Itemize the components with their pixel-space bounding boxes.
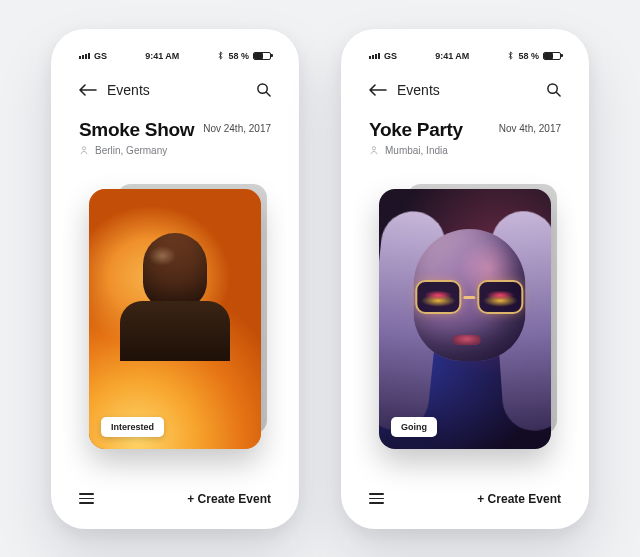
bluetooth-icon	[507, 51, 514, 60]
status-bar: GS 9:41 AM 58 %	[369, 47, 561, 65]
back-arrow-icon[interactable]	[79, 84, 97, 96]
status-bar: GS 9:41 AM 58 %	[79, 47, 271, 65]
signal-icon	[369, 53, 380, 59]
event-header: Yoke Party Mumbai, India Nov 4th, 2017	[369, 119, 561, 156]
screen: GS 9:41 AM 58 % Events	[353, 39, 577, 515]
event-card[interactable]: Going	[379, 189, 551, 449]
card-stack: Interested	[79, 166, 271, 473]
event-image	[379, 189, 551, 449]
page-title: Events	[397, 82, 440, 98]
nav-bar: Events	[79, 79, 271, 101]
clock-label: 9:41 AM	[435, 51, 469, 61]
carrier-label: GS	[94, 51, 107, 61]
search-icon[interactable]	[256, 82, 271, 97]
event-date: Nov 4th, 2017	[499, 123, 561, 134]
bottom-bar: + Create Event	[369, 483, 561, 515]
attendance-chip[interactable]: Interested	[101, 417, 164, 437]
card-stack: Going	[369, 166, 561, 473]
event-location: Berlin, Germany	[79, 145, 194, 156]
status-left: GS	[369, 51, 397, 61]
page-title: Events	[107, 82, 150, 98]
event-location-label: Berlin, Germany	[95, 145, 167, 156]
person-icon	[369, 145, 379, 155]
create-event-button[interactable]: + Create Event	[477, 492, 561, 506]
event-title: Smoke Show	[79, 119, 194, 141]
bluetooth-icon	[217, 51, 224, 60]
battery-percent-label: 58 %	[228, 51, 249, 61]
status-right: 58 %	[507, 51, 561, 61]
battery-icon	[543, 52, 561, 60]
screen: GS 9:41 AM 58 % Events	[63, 39, 287, 515]
create-event-button[interactable]: + Create Event	[187, 492, 271, 506]
phone-mockup: GS 9:41 AM 58 % Events	[341, 29, 589, 529]
status-left: GS	[79, 51, 107, 61]
back-arrow-icon[interactable]	[369, 84, 387, 96]
event-location-label: Mumbai, India	[385, 145, 448, 156]
svg-point-1	[82, 147, 85, 150]
nav-bar: Events	[369, 79, 561, 101]
svg-point-3	[372, 147, 375, 150]
battery-percent-label: 58 %	[518, 51, 539, 61]
carrier-label: GS	[384, 51, 397, 61]
event-header: Smoke Show Berlin, Germany Nov 24th, 201…	[79, 119, 271, 156]
attendance-label: Interested	[111, 422, 154, 432]
bottom-bar: + Create Event	[79, 483, 271, 515]
menu-icon[interactable]	[369, 493, 384, 504]
event-date: Nov 24th, 2017	[203, 123, 271, 134]
status-right: 58 %	[217, 51, 271, 61]
event-title: Yoke Party	[369, 119, 463, 141]
attendance-chip[interactable]: Going	[391, 417, 437, 437]
phone-mockup: GS 9:41 AM 58 % Events	[51, 29, 299, 529]
signal-icon	[79, 53, 90, 59]
search-icon[interactable]	[546, 82, 561, 97]
clock-label: 9:41 AM	[145, 51, 179, 61]
event-image	[89, 189, 261, 449]
event-location: Mumbai, India	[369, 145, 463, 156]
event-card[interactable]: Interested	[89, 189, 261, 449]
person-icon	[79, 145, 89, 155]
battery-icon	[253, 52, 271, 60]
menu-icon[interactable]	[79, 493, 94, 504]
attendance-label: Going	[401, 422, 427, 432]
